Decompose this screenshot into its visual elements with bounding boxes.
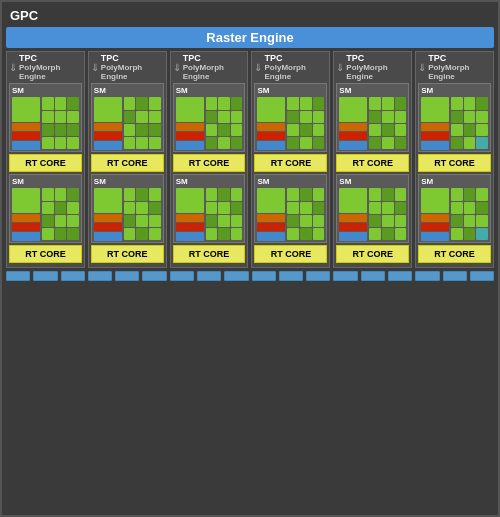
l15 — [476, 228, 488, 240]
bus-chip-6 — [142, 271, 166, 281]
sm-block-6-1: SM — [418, 83, 491, 152]
k8 — [464, 97, 476, 109]
sm-bar-o4 — [94, 214, 122, 222]
d10 — [149, 202, 161, 214]
rt-core-2-2: RT CORE — [91, 245, 164, 263]
sm-right-1-2 — [42, 188, 79, 240]
k3 — [421, 141, 449, 149]
sm-chip-22 — [67, 202, 79, 214]
l7 — [451, 228, 463, 240]
j11 — [382, 228, 394, 240]
bus-chip-13 — [333, 271, 357, 281]
tpc-block-4: ⇓ TPC PolyMorph Engine SM — [251, 51, 330, 268]
rt-core-2-1: RT CORE — [91, 154, 164, 172]
sm-col-20 — [300, 97, 312, 149]
tpc-block-6: ⇓ TPC PolyMorph Engine SM — [415, 51, 494, 268]
sm-inner-3-2 — [176, 188, 243, 240]
gpc-title: GPC — [6, 6, 494, 25]
g3 — [257, 141, 285, 149]
gpc-container: GPC Raster Engine ⇓ TPC PolyMorph Engine… — [0, 0, 500, 517]
sm-bar-o2 — [12, 214, 40, 222]
k4 — [451, 97, 463, 109]
k12 — [476, 97, 488, 109]
tpc-arrow-4: ⇓ — [254, 62, 262, 73]
c12 — [149, 137, 161, 149]
l12 — [476, 188, 488, 200]
sm-inner-6-2 — [421, 188, 488, 240]
j13 — [395, 202, 407, 214]
f7 — [206, 228, 218, 240]
e0 — [176, 97, 204, 122]
g8 — [300, 97, 312, 109]
sm-inner-5-2 — [339, 188, 406, 240]
h13 — [313, 202, 325, 214]
tpc-block-2: ⇓ TPC PolyMorph Engine SM — [88, 51, 167, 268]
h9 — [300, 202, 312, 214]
h11 — [300, 228, 312, 240]
bus-chip-14 — [361, 271, 385, 281]
rt-core-5-2: RT CORE — [336, 245, 409, 263]
l0 — [421, 188, 449, 213]
sm-col-17 — [218, 188, 230, 240]
d4 — [124, 228, 136, 240]
c5 — [136, 97, 148, 109]
bottom-bus-bar — [6, 271, 494, 281]
j4 — [369, 188, 381, 200]
j7 — [369, 228, 381, 240]
sm-block-2-1: SM — [91, 83, 164, 152]
sm-bar-blue-1 — [12, 141, 40, 149]
tpc-header-1: ⇓ TPC PolyMorph Engine — [9, 54, 82, 81]
sm-bar-r4 — [94, 223, 122, 231]
e15 — [231, 137, 243, 149]
j5 — [369, 202, 381, 214]
raster-engine: Raster Engine — [6, 27, 494, 48]
l2 — [421, 223, 449, 231]
sm-left-3-1 — [176, 97, 204, 149]
sm-chip-6 — [55, 111, 67, 123]
h10 — [300, 215, 312, 227]
i15 — [395, 137, 407, 149]
bus-chip-17 — [443, 271, 467, 281]
sm-chip-14 — [42, 202, 54, 214]
sm-inner-4-2 — [257, 188, 324, 240]
sm-label-4-2: SM — [257, 177, 324, 186]
h3 — [257, 232, 285, 240]
i5 — [369, 111, 381, 123]
sm-col-14 — [218, 97, 230, 149]
bus-chip-10 — [252, 271, 276, 281]
c4 — [124, 137, 136, 149]
sm-col-23 — [300, 188, 312, 240]
sm-block-2-2: SM — [91, 174, 164, 243]
tpc-label-4: TPC PolyMorph Engine — [264, 54, 327, 81]
sm-bar-g2 — [12, 188, 40, 213]
e13 — [231, 111, 243, 123]
c6 — [136, 111, 148, 123]
j0 — [339, 188, 367, 213]
i8 — [382, 97, 394, 109]
tpc-label-1: TPC PolyMorph Engine — [19, 54, 82, 81]
sm-col-5 — [55, 188, 67, 240]
sm-chip-7 — [55, 124, 67, 136]
i10 — [382, 124, 394, 136]
sm-chip-23 — [67, 215, 79, 227]
d2 — [124, 202, 136, 214]
sm-label-1-1: SM — [12, 86, 79, 95]
d3 — [124, 215, 136, 227]
f1 — [176, 214, 204, 222]
f14 — [231, 215, 243, 227]
sm-col-21 — [313, 97, 325, 149]
rt-core-1-1: RT CORE — [9, 154, 82, 172]
sm-right-4-1 — [287, 97, 324, 149]
tpc-block-1: ⇓ TPC PolyMorph Engine SM — [6, 51, 85, 268]
bus-chip-8 — [197, 271, 221, 281]
sm-left-4-2 — [257, 188, 285, 240]
f6 — [206, 215, 218, 227]
tpc-header-5: ⇓ TPC PolyMorph Engine — [336, 54, 409, 81]
f3 — [176, 232, 204, 240]
h7 — [287, 228, 299, 240]
e4 — [206, 97, 218, 109]
sm-inner-1-2 — [12, 188, 79, 240]
e6 — [206, 124, 218, 136]
e2 — [176, 132, 204, 140]
sm-col-8 — [136, 97, 148, 149]
